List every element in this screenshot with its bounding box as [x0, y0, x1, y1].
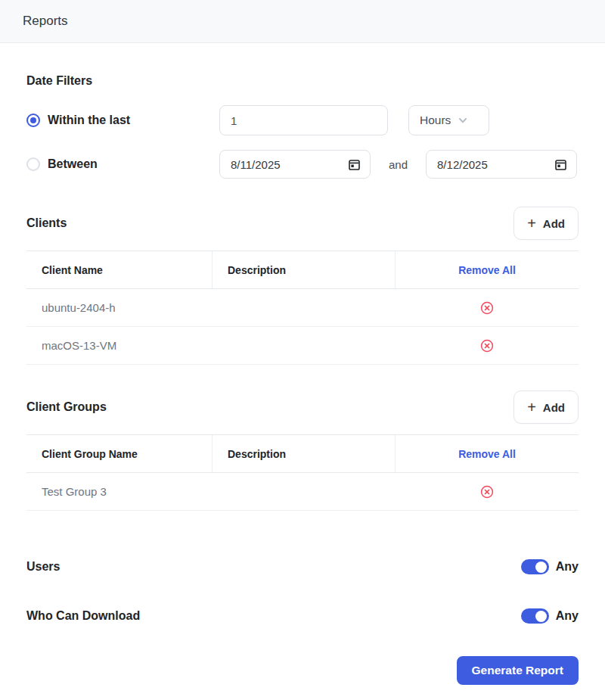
- time-unit-select[interactable]: Hours: [408, 105, 489, 135]
- table-row: Test Group 3: [26, 473, 579, 511]
- radio-unselected-icon[interactable]: [26, 157, 40, 171]
- clients-table: Client Name Description Remove All ubunt…: [26, 250, 579, 365]
- clients-section-head: Clients + Add: [26, 207, 579, 240]
- date-filters-title: Date Filters: [26, 74, 579, 88]
- client-group-name-cell: Test Group 3: [26, 473, 212, 510]
- add-client-button[interactable]: + Add: [513, 207, 579, 240]
- end-date-value: 8/12/2025: [437, 158, 488, 171]
- users-toggle-state: Any: [556, 560, 579, 574]
- client-description-cell: [212, 289, 395, 326]
- users-toggle[interactable]: [521, 559, 549, 574]
- client-groups-remove-all-link[interactable]: Remove All: [395, 435, 579, 472]
- start-date-input[interactable]: 8/11/2025: [219, 150, 371, 179]
- within-last-radio-option[interactable]: Within the last: [26, 114, 219, 127]
- between-radio-option[interactable]: Between: [26, 157, 219, 171]
- calendar-icon[interactable]: [554, 158, 567, 171]
- between-label: Between: [48, 157, 98, 171]
- reports-content: Date Filters Within the last Hours Betwe…: [0, 74, 605, 700]
- remove-client-group-icon[interactable]: [479, 484, 495, 499]
- users-toggle-row: Users Any: [26, 555, 579, 578]
- within-last-label: Within the last: [48, 114, 130, 127]
- col-client-name: Client Name: [26, 251, 212, 288]
- clients-table-header: Client Name Description Remove All: [26, 251, 579, 289]
- table-row: ubuntu-2404-h: [26, 289, 579, 327]
- col-description: Description: [212, 251, 395, 288]
- client-groups-table: Client Group Name Description Remove All…: [26, 434, 579, 511]
- duration-input[interactable]: [219, 105, 388, 135]
- client-groups-section-head: Client Groups + Add: [26, 390, 579, 424]
- client-groups-table-header: Client Group Name Description Remove All: [26, 435, 579, 473]
- start-date-value: 8/11/2025: [231, 158, 281, 171]
- who-can-download-toggle-state: Any: [556, 609, 579, 623]
- who-can-download-toggle-row: Who Can Download Any: [26, 605, 579, 627]
- page-title: Reports: [23, 14, 68, 29]
- toggle-knob: [535, 611, 547, 622]
- users-label: Users: [26, 560, 60, 574]
- generate-report-button[interactable]: Generate Report: [457, 656, 579, 685]
- clients-remove-all-link[interactable]: Remove All: [395, 251, 579, 288]
- chevron-down-icon: [458, 115, 468, 126]
- table-row: macOS-13-VM: [26, 327, 579, 365]
- remove-client-icon[interactable]: [479, 300, 495, 316]
- plus-icon: +: [527, 216, 536, 231]
- col-client-group-name: Client Group Name: [26, 435, 212, 472]
- toggle-knob: [535, 562, 547, 573]
- within-last-row: Within the last Hours: [26, 105, 579, 135]
- client-name-cell: ubuntu-2404-h: [26, 289, 212, 326]
- clients-title: Clients: [26, 216, 67, 230]
- who-can-download-toggle[interactable]: [521, 608, 549, 624]
- client-name-cell: macOS-13-VM: [26, 327, 212, 364]
- who-can-download-label: Who Can Download: [26, 609, 140, 623]
- between-row: Between 8/11/2025 and 8/12/2025: [26, 150, 579, 179]
- time-unit-value: Hours: [420, 114, 451, 127]
- radio-selected-icon[interactable]: [26, 114, 40, 127]
- client-description-cell: [212, 327, 395, 364]
- page-header: Reports: [0, 0, 605, 43]
- plus-icon: +: [527, 400, 536, 415]
- client-group-description-cell: [212, 473, 395, 510]
- end-date-input[interactable]: 8/12/2025: [426, 150, 577, 179]
- add-client-group-button[interactable]: + Add: [513, 390, 579, 424]
- col-description: Description: [212, 435, 395, 472]
- calendar-icon[interactable]: [348, 158, 361, 171]
- date-conjunction: and: [389, 158, 408, 171]
- client-groups-title: Client Groups: [26, 400, 107, 414]
- remove-client-icon[interactable]: [479, 338, 495, 353]
